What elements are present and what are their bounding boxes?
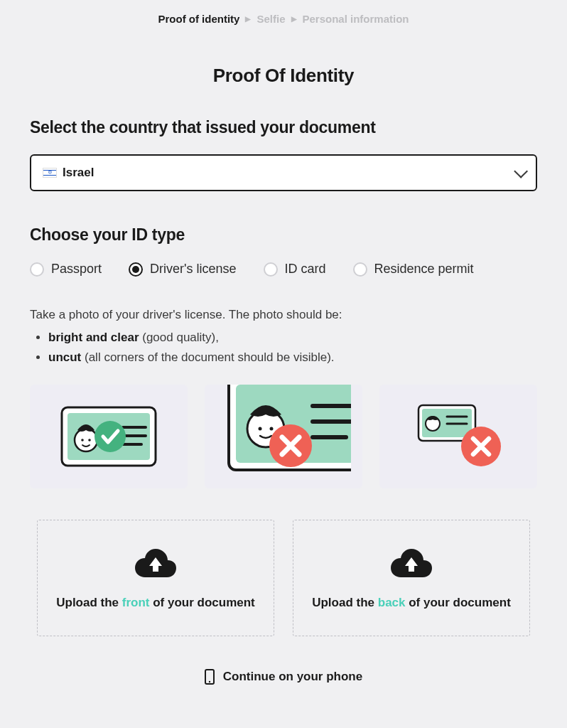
radio-label: Passport (51, 262, 102, 277)
radio-label: ID card (285, 262, 326, 277)
upload-text-highlight: back (378, 596, 406, 609)
country-name: Israel (63, 166, 94, 180)
requirement-bold: uncut (48, 350, 81, 364)
requirement-bold: bright and clear (48, 331, 139, 344)
upload-text-prefix: Upload the (56, 596, 122, 609)
upload-text-suffix: of your document (150, 596, 255, 609)
radio-icon (129, 262, 143, 277)
requirements-list: bright and clear (good quality), uncut (… (30, 331, 537, 365)
svg-point-8 (94, 421, 126, 452)
radio-label: Driver's license (150, 262, 236, 277)
page-root: Proof of identity ▶ Selfie ▶ Personal in… (0, 0, 567, 728)
svg-point-2 (75, 429, 97, 451)
continue-on-phone-link[interactable]: Continue on your phone (30, 669, 537, 685)
radio-id-card[interactable]: ID card (264, 262, 326, 277)
chevron-right-icon: ▶ (291, 15, 297, 23)
idtype-radio-group: Passport Driver's license ID card Reside… (30, 262, 537, 277)
requirement-rest: (good quality), (139, 331, 219, 344)
country-label: Select the country that issued your docu… (30, 118, 537, 137)
breadcrumb-step-personal: Personal information (303, 13, 409, 25)
id-cropped-icon (216, 385, 351, 488)
instructions-lead: Take a photo of your driver's license. T… (30, 308, 537, 322)
radio-icon (353, 262, 367, 277)
radio-label: Residence permit (374, 262, 474, 277)
requirement-item: bright and clear (good quality), (48, 331, 537, 345)
flag-israel-icon (43, 168, 57, 178)
radio-driver-license[interactable]: Driver's license (129, 262, 236, 277)
country-select[interactable]: Israel (30, 154, 537, 191)
id-good-icon (52, 397, 166, 476)
cloud-upload-icon (389, 547, 433, 579)
id-small-icon (401, 394, 515, 479)
radio-icon (30, 262, 44, 277)
idtype-label: Choose your ID type (30, 225, 537, 245)
cloud-upload-icon (134, 547, 178, 579)
continue-on-phone-label: Continue on your phone (223, 670, 362, 684)
example-bad-small (379, 385, 537, 488)
upload-front[interactable]: Upload the front of your document (37, 520, 274, 636)
upload-text-highlight: front (122, 596, 150, 609)
example-images-row (30, 385, 537, 488)
country-selected: Israel (43, 166, 94, 180)
idtype-section: Choose your ID type Passport Driver's li… (30, 225, 537, 277)
svg-point-4 (88, 439, 91, 441)
breadcrumb-step-identity: Proof of identity (158, 13, 239, 25)
example-good (30, 385, 188, 488)
breadcrumb-step-selfie: Selfie (256, 13, 285, 25)
requirement-item: uncut (all corners of the document shoul… (48, 350, 537, 365)
upload-front-text: Upload the front of your document (52, 594, 259, 611)
svg-point-13 (270, 427, 274, 431)
breadcrumb: Proof of identity ▶ Selfie ▶ Personal in… (30, 13, 537, 25)
radio-icon (264, 262, 278, 277)
svg-point-3 (81, 439, 84, 441)
phone-icon (205, 669, 215, 685)
chevron-right-icon: ▶ (245, 15, 251, 23)
svg-point-29 (209, 681, 210, 682)
svg-point-12 (259, 427, 262, 431)
requirement-rest: (all corners of the document should be v… (81, 350, 334, 364)
page-title: Proof Of Identity (30, 65, 537, 87)
radio-passport[interactable]: Passport (30, 262, 102, 277)
radio-residence-permit[interactable]: Residence permit (353, 262, 474, 277)
upload-back[interactable]: Upload the back of your document (293, 520, 530, 636)
chevron-down-icon (514, 164, 528, 178)
upload-back-text: Upload the back of your document (308, 594, 515, 611)
example-bad-cropped (205, 385, 362, 488)
upload-text-suffix: of your document (406, 596, 511, 609)
upload-text-prefix: Upload the (312, 596, 378, 609)
upload-row: Upload the front of your document Upload… (30, 520, 537, 636)
